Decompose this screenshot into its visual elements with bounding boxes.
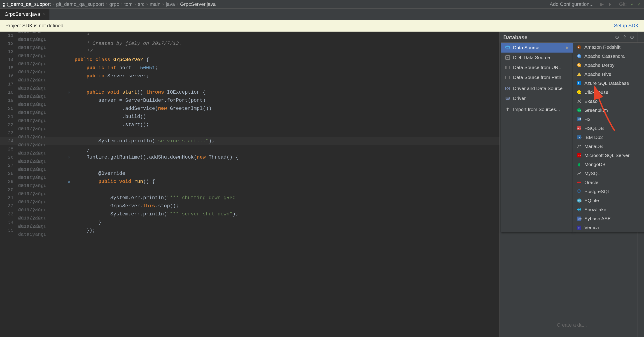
code-line-27: 27 2019/2/2 dataiyangu [0, 162, 500, 170]
title-path-4: src [138, 1, 144, 7]
db-item-sybase[interactable]: SYB Sybase ASE [573, 214, 644, 223]
code-line-25: 25 2019/2/2 dataiyangu } [0, 145, 500, 153]
db-label-amazon-redshift: Amazon Redshift [584, 44, 620, 50]
db-header-expand-icon[interactable]: ⇑ [622, 34, 626, 40]
code-line-24: 24 2019/2/2 dataiyangu System.out.printl… [0, 137, 500, 145]
title-filename: GrpcServer.java [180, 1, 216, 7]
db-item-mysql[interactable]: MySQL [573, 169, 644, 178]
db-item-apache-hive[interactable]: Apache Hive [573, 70, 644, 79]
git-label: Git: [619, 1, 627, 7]
code-line-32: 32 2019/2/2 dataiyangu GrpcServer.this.s… [0, 202, 500, 210]
db-item-hsqldb[interactable]: HQL HSQLDB [573, 124, 644, 133]
db-item-apache-cassandra[interactable]: C Apache Cassandra [573, 52, 644, 61]
menu-item-data-source[interactable]: Data Source ▶ [501, 43, 573, 52]
svg-text:C: C [578, 55, 580, 57]
sdk-warning-text: Project SDK is not defined [6, 23, 64, 29]
db-item-apache-derby[interactable]: D Apache Derby [573, 61, 644, 70]
db-label-mariadb: MariaDB [584, 144, 603, 149]
svg-text:A: A [578, 46, 580, 48]
menu-item-import[interactable]: Import from Sources... [501, 104, 573, 114]
code-line-33: 33 2019/2/2 dataiyangu System.err.printl… [0, 210, 500, 218]
svg-text:GP: GP [578, 109, 581, 112]
db-item-snowflake[interactable]: Snowflake [573, 205, 644, 214]
db-item-exasol[interactable]: Exasol [573, 97, 644, 106]
menu-separator-1 [501, 83, 573, 83]
svg-text:SQL: SQL [578, 155, 582, 157]
debug-button[interactable]: ⏵ [608, 1, 613, 7]
db-item-amazon-redshift[interactable]: A Amazon Redshift [573, 43, 644, 52]
code-line-15: 15 2019/2/2 dataiyangu public int port =… [0, 64, 500, 72]
db-label-vertica: Vertica [584, 225, 599, 230]
code-line-30: 30 2019/2/2 dataiyangu [0, 186, 500, 194]
db-label-mysql: MySQL [584, 171, 600, 176]
main-area: 11 2019/2/2 dataiyangu * 12 2019/2/2 dat… [0, 31, 644, 337]
svg-point-35 [578, 189, 581, 193]
db-header-icons: ⚙ ⇑ ⚙ − [615, 34, 640, 40]
code-line-21: 21 2019/2/2 dataiyangu .build() [0, 113, 500, 121]
data-source-icon [504, 44, 511, 51]
code-line-34: 34 2019/2/2 dataiyangu } [0, 218, 500, 227]
menu-item-datasource-url[interactable]: Data Source from URL [501, 62, 573, 72]
title-path-5: main [150, 1, 160, 7]
db-label-apache-derby: Apache Derby [584, 62, 614, 68]
title-path-1: git_demo_qa_support [56, 1, 104, 7]
code-editor[interactable]: 11 2019/2/2 dataiyangu * 12 2019/2/2 dat… [0, 31, 500, 337]
svg-point-0 [506, 45, 510, 47]
code-line-26: 26 2019/2/2 dataiyangu ◇ Runtime.getRunt… [0, 153, 500, 162]
db-item-h2[interactable]: H2 H2 [573, 115, 644, 124]
svg-text:SQL: SQL [578, 200, 582, 202]
menu-item-driver[interactable]: Driver [501, 93, 573, 103]
ddl-label: DDL Data Source [513, 55, 569, 60]
db-label-sybase: Sybase ASE [584, 216, 611, 221]
code-line-23: 23 2019/2/2 dataiyangu [0, 129, 500, 137]
run-button[interactable]: ▶ [600, 1, 604, 7]
tab-close-button[interactable]: × [42, 12, 45, 16]
setup-sdk-link[interactable]: Setup SDK [614, 23, 638, 29]
db-item-greenplum[interactable]: GP Greenplum [573, 106, 644, 115]
db-panel-header: Database ⚙ ⇑ ⚙ − [500, 31, 644, 43]
code-line-16: 16 2019/2/2 dataiyangu public Server ser… [0, 72, 500, 80]
driver-label: Driver [513, 96, 569, 101]
code-line-31: 31 2019/2/2 dataiyangu System.err.printl… [0, 194, 500, 202]
datasource-url-label: Data Source from URL [513, 65, 569, 70]
add-configuration-button[interactable]: Add Configuration... [550, 1, 594, 7]
db-header-settings-icon[interactable]: ⚙ [615, 34, 620, 40]
menu-separator-2 [501, 104, 573, 104]
db-item-mariadb[interactable]: MariaDB [573, 142, 644, 151]
db-label-h2: H2 [584, 117, 590, 122]
db-header-gear-icon[interactable]: ⚙ [630, 34, 634, 40]
tab-grpcserver[interactable]: GrpcServer.java × [0, 8, 50, 20]
menu-item-datasource-path[interactable]: Data Source from Path [501, 72, 573, 82]
db-item-clickhouse[interactable]: CH ClickHouse [573, 88, 644, 97]
code-line-28: 28 2019/2/2 dataiyangu @Override [0, 170, 500, 178]
db-label-ibm-db2: IBM Db2 [584, 135, 603, 140]
db-item-mssql[interactable]: SQL Microsoft SQL Server [573, 151, 644, 160]
sdk-warning-bar: Project SDK is not defined Setup SDK [0, 20, 644, 31]
db-item-vertica[interactable]: VRT Vertica [573, 223, 644, 232]
datasource-url-icon [504, 64, 511, 71]
svg-text:D: D [578, 64, 580, 66]
db-label-exasol: Exasol [584, 99, 598, 104]
db-item-azure-sql[interactable]: Az Azure SQL Database [573, 79, 644, 88]
db-label-mssql: Microsoft SQL Server [584, 153, 630, 158]
svg-text:Az: Az [578, 82, 580, 85]
db-item-ibm-db2[interactable]: DB2 IBM Db2 [573, 133, 644, 142]
svg-point-7 [507, 87, 508, 89]
code-line-22: 22 2019/2/2 dataiyangu .start(); [0, 121, 500, 129]
code-line-19: 19 2019/2/2 dataiyangu server = ServerBu… [0, 96, 500, 105]
code-line-14: 14 2019/2/2 dataiyangu public class Grpc… [0, 56, 500, 64]
db-label-greenplum: Greenplum [584, 108, 608, 113]
db-item-mongodb[interactable]: MongoDB [573, 160, 644, 169]
svg-text:DB2: DB2 [578, 136, 582, 139]
db-item-sqlite[interactable]: SQL SQLite [573, 196, 644, 205]
title-bar: git_demo_qa_support › git_demo_qa_suppor… [0, 0, 644, 8]
menu-item-driver-datasource[interactable]: Driver and Data Source [501, 83, 573, 93]
db-item-oracle[interactable]: Oracle [573, 178, 644, 187]
svg-marker-17 [577, 72, 581, 76]
data-source-arrow: ▶ [566, 45, 569, 50]
database-panel: Database ⚙ ⇑ ⚙ − + ⊞ ↻ ⚙ ■ ⊟ ✏ → ▽ [500, 31, 644, 337]
svg-point-36 [578, 191, 579, 191]
db-label-azure-sql: Azure SQL Database [584, 80, 629, 86]
db-item-postgresql[interactable]: PostgreSQL [573, 187, 644, 196]
menu-item-ddl[interactable]: DDL DDL Data Source [501, 52, 573, 62]
